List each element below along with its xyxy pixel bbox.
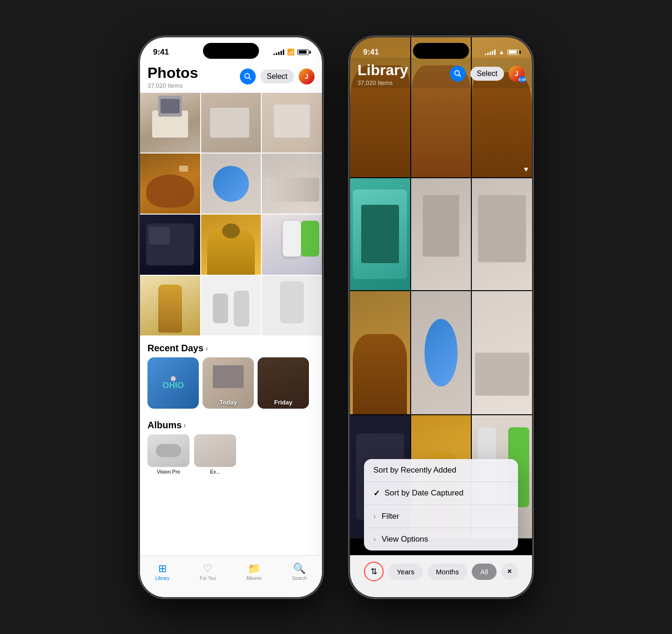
menu-item-date-captured[interactable]: ✓ Sort by Date Captured xyxy=(364,482,518,505)
page-title-2: Library xyxy=(357,62,408,79)
album-item-visionpro[interactable]: Vision Pro xyxy=(147,434,189,474)
status-time-2: 9:41 xyxy=(363,48,379,57)
albums-tab-icon: 📁 xyxy=(248,563,260,575)
phone-1: 9:41 📶 Photos 37,020 Items xyxy=(140,37,322,597)
notification-badge: 0:30 xyxy=(519,76,525,83)
sort-order-button[interactable]: ⇅ xyxy=(364,562,384,581)
header-1: Photos 37,020 Items Select J xyxy=(140,61,322,91)
battery-icon xyxy=(297,49,309,55)
header-left-1: Photos 37,020 Items xyxy=(147,64,198,89)
tab-library-label: Library xyxy=(155,576,169,581)
grid-photo[interactable] xyxy=(140,276,200,336)
all-button[interactable]: All xyxy=(472,564,497,580)
search-button-1[interactable] xyxy=(240,69,256,84)
close-button[interactable]: × xyxy=(501,563,518,580)
item-count-2: 37,020 Items xyxy=(357,79,408,86)
grid-photo[interactable] xyxy=(140,215,200,275)
menu-item-view-options-label: View Options xyxy=(382,535,428,544)
tab-library[interactable]: ⊞ Library xyxy=(155,563,169,581)
day-card-ohio[interactable]: ⚾ OHIO xyxy=(147,357,199,409)
select-button-2[interactable]: Select xyxy=(470,67,504,81)
albums-row: Vision Pro Ex... xyxy=(140,434,322,474)
recent-days-chevron[interactable]: › xyxy=(205,344,208,353)
recent-days-header: Recent Days › xyxy=(140,337,322,357)
wifi-icon: 📶 xyxy=(287,49,294,56)
grid-photo[interactable] xyxy=(262,215,322,275)
years-button[interactable]: Years xyxy=(388,564,423,580)
search-tab-icon: 🔍 xyxy=(293,563,306,575)
menu-item-recently-added-label: Sort by Recently Added xyxy=(373,466,456,475)
tab-search-label: Search xyxy=(292,576,307,581)
svg-line-3 xyxy=(459,75,461,77)
tab-search[interactable]: 🔍 Search xyxy=(292,563,307,581)
grid-photo[interactable] xyxy=(262,153,322,214)
grid-photo[interactable] xyxy=(262,93,322,153)
recent-days-label: Recent Days xyxy=(147,343,203,354)
battery-icon-2 xyxy=(507,49,519,55)
status-time-1: 9:41 xyxy=(153,48,169,57)
day-card-today[interactable]: Today xyxy=(203,357,254,409)
menu-item-recently-added[interactable]: Sort by Recently Added xyxy=(364,459,518,482)
day-label-friday: Friday xyxy=(258,399,309,406)
albums-label: Albums xyxy=(147,420,182,431)
tab-foryou-label: For You xyxy=(200,576,216,581)
days-row: ⚾ OHIO Today Friday xyxy=(140,357,322,414)
menu-item-date-captured-label: Sort by Date Captured xyxy=(385,488,463,498)
album-label-visionpro: Vision Pro xyxy=(147,469,189,474)
badge-text: 0:30 xyxy=(518,77,526,82)
page-title-1: Photos xyxy=(147,64,198,82)
header-right-1: Select J xyxy=(240,69,315,84)
checkmark-icon: ✓ xyxy=(373,488,380,498)
status-icons-2: ▲ xyxy=(485,49,519,56)
signal-icon xyxy=(273,49,284,55)
grid-photo[interactable] xyxy=(201,93,261,153)
wifi-icon-2: ▲ xyxy=(498,49,504,56)
filter-arrow-icon: › xyxy=(373,512,376,521)
item-count-1: 37,020 Items xyxy=(147,82,198,89)
tab-bar-1: ⊞ Library ♡ For You 📁 Albums 🔍 Search xyxy=(140,555,322,597)
album-item-2[interactable]: Ex... xyxy=(194,434,236,474)
status-icons-1: 📶 xyxy=(273,49,309,56)
status-bar-2: 9:41 ▲ xyxy=(350,37,532,61)
grid-photo[interactable] xyxy=(201,276,261,336)
context-menu: Sort by Recently Added ✓ Sort by Date Ca… xyxy=(364,459,518,550)
tab-forYou[interactable]: ♡ For You xyxy=(200,563,216,581)
albums-chevron[interactable]: › xyxy=(183,421,186,430)
photo-grid-1 xyxy=(140,93,322,336)
search-button-2[interactable] xyxy=(450,66,466,82)
sort-order-icon: ⇅ xyxy=(371,566,378,577)
heart-tab-icon: ♡ xyxy=(203,563,212,575)
menu-item-filter[interactable]: › Filter xyxy=(364,505,518,528)
svg-line-1 xyxy=(249,78,251,80)
tab-albums[interactable]: 📁 Albums xyxy=(246,563,261,581)
header-left-2: Library 37,020 Items xyxy=(357,62,408,86)
select-button-1[interactable]: Select xyxy=(260,70,294,84)
tab-albums-label: Albums xyxy=(246,576,261,581)
menu-item-filter-label: Filter xyxy=(382,512,399,521)
phone-2: 9:41 ▲ Library 37,020 Items xyxy=(350,37,532,597)
header-right-2: Select J 0:30 xyxy=(450,66,525,82)
day-label-today: Today xyxy=(203,399,254,406)
grid-photo[interactable] xyxy=(201,215,261,275)
albums-header: Albums › xyxy=(140,414,322,434)
months-button[interactable]: Months xyxy=(427,564,467,580)
avatar-container-2: J 0:30 xyxy=(509,66,525,82)
library-icon: ⊞ xyxy=(158,563,167,575)
grid-photo[interactable] xyxy=(201,153,261,214)
grid-photo[interactable] xyxy=(262,276,322,336)
day-card-friday[interactable]: Friday xyxy=(258,357,309,409)
album-label-2: Ex... xyxy=(194,469,236,474)
avatar-1[interactable]: J xyxy=(299,69,315,84)
grid-photo[interactable] xyxy=(140,153,200,214)
sort-bar: ⇅ Years Months All × xyxy=(350,555,532,597)
signal-icon-2 xyxy=(485,49,496,55)
dynamic-island xyxy=(203,43,259,59)
grid-photo[interactable] xyxy=(140,93,200,153)
menu-item-view-options[interactable]: › View Options xyxy=(364,528,518,550)
header-2: Library 37,020 Items Select J 0:30 xyxy=(350,58,532,88)
view-options-arrow-icon: › xyxy=(373,535,376,544)
